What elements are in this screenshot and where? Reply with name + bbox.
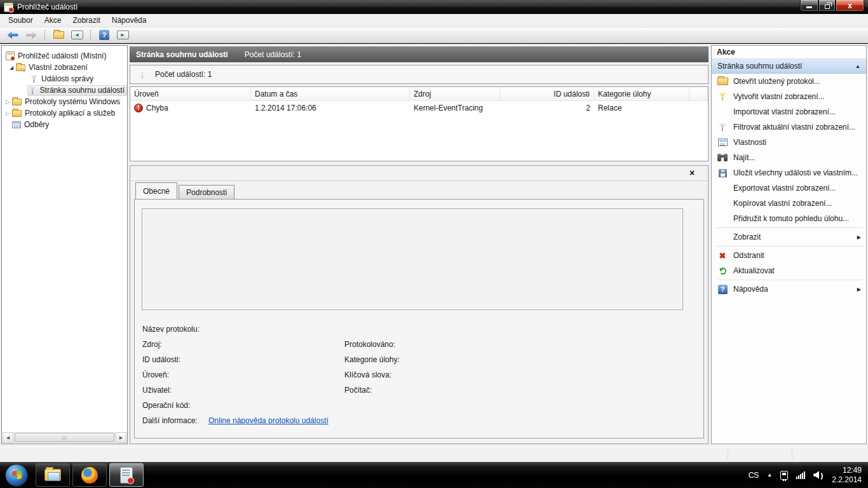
action-label: Vytvořit vlastní zobrazení... [733,92,825,101]
back-button[interactable] [5,29,20,42]
funnel-icon [138,71,147,79]
volume-icon[interactable] [813,471,824,479]
field-log-name: Název protokolu: [142,325,344,334]
column-header-source[interactable]: Zdroj [410,87,500,100]
expander-collapsed-icon[interactable]: ▷ [3,98,12,105]
menu-zobrazit[interactable]: Zobrazit [67,14,105,27]
action-center-icon[interactable] [780,471,788,480]
filter-icon [29,86,37,94]
action-filter-current-view[interactable]: Filtrovat aktuální vlastní zobrazení... [712,119,866,135]
open-folder-icon [717,78,728,85]
start-button[interactable] [5,464,28,487]
field-more-info: Další informace: [142,416,208,425]
menu-soubor[interactable]: Soubor [3,14,39,27]
action-attach-task[interactable]: Přidružit k tomuto pohledu úlohu... [712,211,866,226]
status-separator [728,450,728,459]
tree-item-windows-logs[interactable]: ▷ Protokoly systému Windows [2,96,127,107]
action-properties[interactable]: Vlastnosti [712,135,866,150]
action-label: Nápověda [733,285,768,294]
action-view[interactable]: Zobrazit ▶ [712,229,866,245]
taskbar-firefox-button[interactable] [72,463,107,487]
action-find[interactable]: Najít... [712,150,866,165]
column-header-event-id[interactable]: ID události [500,87,594,100]
cell-datetime: 1.2.2014 17:06:06 [251,104,410,112]
actions-separator [717,227,864,228]
action-import-custom-view[interactable]: Importovat vlastní zobrazení... [712,104,866,119]
toggle-console-tree-button[interactable]: ◀ [69,29,85,42]
taskbar-explorer-button[interactable] [36,463,70,487]
preview-close-icon[interactable]: × [686,167,698,179]
actions-pane-title: Akce [712,46,866,59]
action-create-custom-view[interactable]: Vytvořit vlastní zobrazení... [712,89,866,104]
preview-header: × [130,166,708,181]
actions-section-label: Stránka souhrnu událostí [717,62,802,71]
menu-akce[interactable]: Akce [39,14,67,27]
save-icon [717,169,728,177]
tree-item-label: Odběry [24,120,49,129]
forward-button[interactable] [24,29,39,42]
actions-section-header[interactable]: Stránka souhrnu událostí ▲ [712,59,866,74]
help-button[interactable]: ? [97,29,112,42]
preview-pane: × Obecné Podrobnosti Název protokolu: [130,165,709,444]
network-icon[interactable] [796,471,805,479]
column-header-task-category[interactable]: Kategorie úlohy [594,87,689,100]
scrollbar-thumb[interactable]: ||| [15,433,114,442]
restore-button[interactable] [818,0,836,11]
expander-collapsed-icon[interactable]: ▷ [3,110,12,116]
event-detail-fields: Název protokolu: Zdroj: Protokolováno: I… [142,322,696,428]
back-icon [8,31,18,39]
results-header-count: Počet událostí: 1 [245,50,301,59]
tab-panel-general: Název protokolu: Zdroj: Protokolováno: I… [134,199,704,438]
action-delete[interactable]: ✖ Odstranit [712,248,866,263]
field-keywords: Klíčová slova: [344,370,391,379]
scroll-right-icon[interactable]: ▶ [116,432,126,443]
action-label: Zobrazit [733,233,761,241]
event-description-box[interactable] [142,208,683,310]
field-user: Uživatel: [142,386,344,395]
close-button[interactable]: x [836,0,864,11]
minimize-icon [806,6,812,8]
tree-item-admin-events[interactable]: Události správy [2,73,127,85]
tree-item-app-logs[interactable]: ▷ Protokoly aplikací a služeb [2,107,127,119]
help-icon: ? [99,30,109,40]
tree-item-summary-page[interactable]: Stránka souhrnu událostí [2,85,127,96]
tree-item-subscriptions[interactable]: Odběry [2,119,127,130]
column-header-datetime[interactable]: Datum a čas [251,87,410,100]
collapse-icon[interactable]: ▲ [855,64,860,69]
subscriptions-icon [12,121,21,128]
taskbar-clock[interactable]: 12:49 2.2.2014 [832,466,862,485]
actions-separator [717,246,864,247]
system-tray: CS ▲ 12:49 2.2.2014 [749,466,868,485]
clock-date: 2.2.2014 [832,475,862,485]
scroll-left-icon[interactable]: ◀ [3,432,13,443]
online-help-link[interactable]: Online nápověda protokolu událostí [208,416,329,425]
action-copy-custom-view[interactable]: Kopírovat vlastní zobrazení... [712,196,866,211]
taskbar: CS ▲ 12:49 2.2.2014 [0,462,868,488]
column-header-level[interactable]: Úroveň [130,87,251,100]
table-row[interactable]: ! Chyba 1.2.2014 17:06:06 Kernel-EventTr… [130,101,708,115]
tab-obecne[interactable]: Obecné [135,182,177,199]
toggle-action-pane-button[interactable]: ▶ [115,29,130,42]
export-list-button[interactable] [51,29,66,42]
menu-napoveda[interactable]: Nápověda [106,14,153,27]
taskbar-event-viewer-button[interactable] [109,463,144,487]
expander-expanded-icon[interactable]: ◢ [7,65,16,71]
action-open-saved-log[interactable]: Otevřít uložený protokol... [712,74,866,89]
tree-horizontal-scrollbar[interactable]: ◀ ||| ▶ [3,432,126,443]
show-hidden-icons-icon[interactable]: ▲ [767,472,772,478]
action-label: Otevřít uložený protokol... [733,77,820,86]
tree-item-root[interactable]: Prohlížeč událostí (Místní) [2,50,127,62]
action-help[interactable]: ? Nápověda ▶ [712,281,866,297]
tree-item-label: Vlastní zobrazení [29,63,88,72]
tree-item-label: Prohlížeč událostí (Místní) [18,51,106,60]
window-titlebar[interactable]: Prohlížeč událostí x [0,0,868,14]
action-refresh[interactable]: Aktualizovat [712,263,866,278]
cell-task-category: Relace [594,104,689,112]
tree-item-custom-views[interactable]: ◢ Vlastní zobrazení [2,62,127,73]
minimize-button[interactable] [800,0,818,11]
action-export-custom-view[interactable]: Exportovat vlastní zobrazení... [712,180,866,196]
action-save-all-events[interactable]: Uložit všechny události ve vlastním... [712,165,866,180]
language-indicator[interactable]: CS [749,471,759,480]
action-label: Aktualizovat [733,266,775,275]
tab-podrobnosti[interactable]: Podrobnosti [179,185,234,199]
